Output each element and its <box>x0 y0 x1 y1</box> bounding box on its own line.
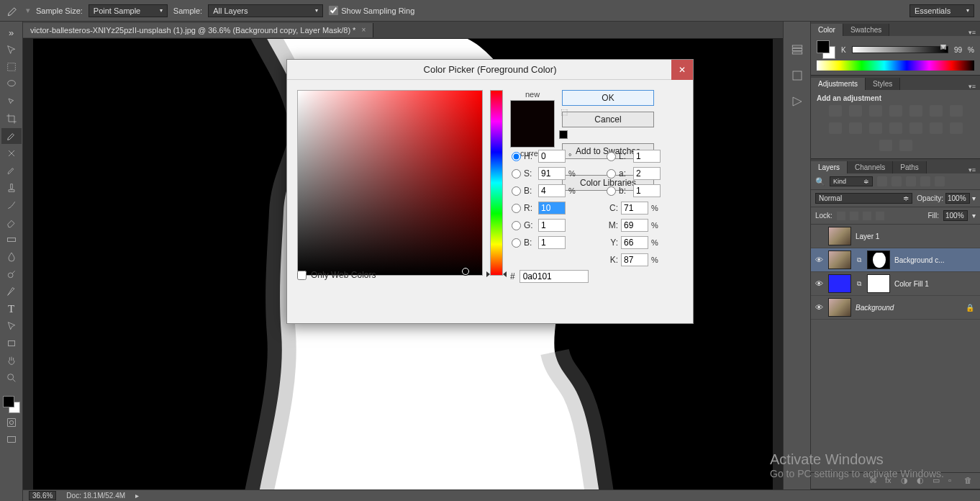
layer-item[interactable]: Layer 1 <box>811 225 980 248</box>
blur-tool-icon[interactable] <box>1 249 22 265</box>
a-radio[interactable] <box>607 169 616 179</box>
link-layers-icon[interactable]: ⌘ <box>869 476 879 486</box>
layer-thumbnail[interactable] <box>828 227 851 245</box>
brush-tool-icon[interactable] <box>1 163 22 179</box>
layer-mask-thumbnail[interactable] <box>867 250 890 269</box>
h-input[interactable] <box>538 150 566 163</box>
mini-color-swatch[interactable] <box>817 40 835 59</box>
color-balance-icon[interactable] <box>950 105 963 117</box>
panel-menu-icon[interactable]: ▾≡ <box>964 166 980 173</box>
selective-color-icon[interactable] <box>899 140 912 151</box>
eraser-tool-icon[interactable] <box>1 215 22 230</box>
blab-input[interactable] <box>633 184 661 197</box>
history-panel-icon[interactable] <box>790 43 804 56</box>
a-input[interactable] <box>633 167 661 180</box>
k-input[interactable] <box>621 253 648 266</box>
gradient-tool-icon[interactable] <box>1 232 22 248</box>
layer-item[interactable]: 👁 Background 🔒 <box>811 296 980 320</box>
y-input[interactable] <box>621 236 648 249</box>
add-mask-icon[interactable]: ◑ <box>901 476 911 486</box>
layer-item[interactable]: 👁 ⧉ Color Fill 1 <box>811 272 980 296</box>
b-radio[interactable] <box>512 186 521 196</box>
filter-adjust-icon[interactable] <box>891 176 902 186</box>
gradient-map-icon[interactable] <box>879 140 892 151</box>
photo-filter-icon[interactable] <box>849 122 862 134</box>
new-layer-icon[interactable]: ▫ <box>948 476 958 486</box>
threshold-icon[interactable] <box>950 122 963 134</box>
dodge-tool-icon[interactable] <box>1 266 22 282</box>
clone-stamp-tool-icon[interactable] <box>1 180 22 196</box>
s-input[interactable] <box>538 167 566 180</box>
eyedropper-tool-icon[interactable] <box>1 128 22 144</box>
fill-input[interactable] <box>943 210 968 221</box>
c-input[interactable] <box>621 202 648 215</box>
k-slider[interactable] <box>852 46 948 53</box>
zoom-tool-icon[interactable] <box>1 370 22 386</box>
h-radio[interactable] <box>512 152 521 161</box>
l-radio[interactable] <box>607 152 616 161</box>
layer-item[interactable]: 👁 ⧉ Background c... <box>811 248 980 272</box>
filter-type-icon[interactable] <box>906 176 916 186</box>
panel-menu-icon[interactable]: ▾≡ <box>964 83 980 90</box>
l-input[interactable] <box>633 150 661 163</box>
tab-channels[interactable]: Channels <box>848 161 893 173</box>
gamut-warning-icon[interactable]: ⬚ <box>561 107 568 117</box>
bb-radio[interactable] <box>512 238 521 248</box>
m-input[interactable] <box>621 219 648 232</box>
brightness-icon[interactable] <box>829 105 842 117</box>
invert-icon[interactable] <box>909 122 922 134</box>
blab-radio[interactable] <box>607 186 616 196</box>
move-tool-icon[interactable] <box>1 42 22 58</box>
tab-layers[interactable]: Layers <box>811 161 848 173</box>
zoom-level[interactable]: 36.6% <box>29 491 56 500</box>
crop-tool-icon[interactable] <box>1 111 22 127</box>
panel-menu-icon[interactable]: ▾≡ <box>964 29 980 36</box>
hue-slider[interactable] <box>490 90 503 276</box>
layer-fx-icon[interactable]: fx <box>885 476 895 486</box>
layer-thumbnail[interactable] <box>828 250 851 269</box>
filter-shape-icon[interactable] <box>920 176 930 186</box>
posterize-icon[interactable] <box>930 122 943 134</box>
vibrance-icon[interactable] <box>909 105 922 117</box>
foreground-background-color[interactable] <box>3 396 20 413</box>
cancel-button[interactable]: Cancel <box>562 112 654 127</box>
layer-thumbnail[interactable] <box>828 274 851 293</box>
web-colors-checkbox[interactable] <box>297 271 307 280</box>
lock-pixels-icon[interactable] <box>850 212 858 220</box>
spectrum-bar[interactable] <box>817 60 974 71</box>
sample-dropdown[interactable]: All Layers▾ <box>208 4 323 17</box>
lock-all-icon[interactable] <box>876 212 884 220</box>
layer-kind-dropdown[interactable]: Kind≑ <box>830 176 873 186</box>
healing-brush-tool-icon[interactable] <box>1 145 22 161</box>
tab-styles[interactable]: Styles <box>866 78 900 90</box>
hand-tool-icon[interactable] <box>1 353 22 369</box>
filter-smart-icon[interactable] <box>935 176 945 186</box>
quick-select-tool-icon[interactable] <box>1 94 22 109</box>
tab-swatches[interactable]: Swatches <box>843 24 889 36</box>
properties-panel-icon[interactable] <box>790 69 804 82</box>
sample-size-dropdown[interactable]: Point Sample▾ <box>89 4 168 17</box>
exposure-icon[interactable] <box>889 105 902 117</box>
r-radio[interactable] <box>512 204 521 213</box>
levels-icon[interactable] <box>849 105 862 117</box>
workspace-dropdown[interactable]: Essentials▾ <box>909 4 974 17</box>
rectangle-tool-icon[interactable] <box>1 335 22 351</box>
visibility-toggle[interactable]: 👁 <box>814 256 824 264</box>
history-brush-tool-icon[interactable] <box>1 197 22 213</box>
color-field[interactable] <box>297 90 483 276</box>
blend-mode-dropdown[interactable]: Normal≑ <box>815 193 912 204</box>
collapse-arrows-icon[interactable]: » <box>1 24 22 40</box>
tab-color[interactable]: Color <box>811 24 843 36</box>
web-safe-swatch[interactable] <box>559 130 568 139</box>
curves-icon[interactable] <box>869 105 882 117</box>
close-icon[interactable]: × <box>361 26 366 34</box>
quick-mask-icon[interactable] <box>1 415 22 430</box>
new-group-icon[interactable]: ▭ <box>933 476 943 486</box>
tab-adjustments[interactable]: Adjustments <box>811 78 866 90</box>
opacity-input[interactable] <box>945 193 970 204</box>
new-fill-adjust-icon[interactable]: ◐ <box>917 476 927 486</box>
visibility-toggle[interactable]: 👁 <box>814 303 824 312</box>
hex-input[interactable] <box>520 270 589 283</box>
document-tab[interactable]: victor-ballesteros-XNIYz25pzII-unsplash … <box>23 23 373 37</box>
layer-thumbnail[interactable] <box>828 298 851 317</box>
